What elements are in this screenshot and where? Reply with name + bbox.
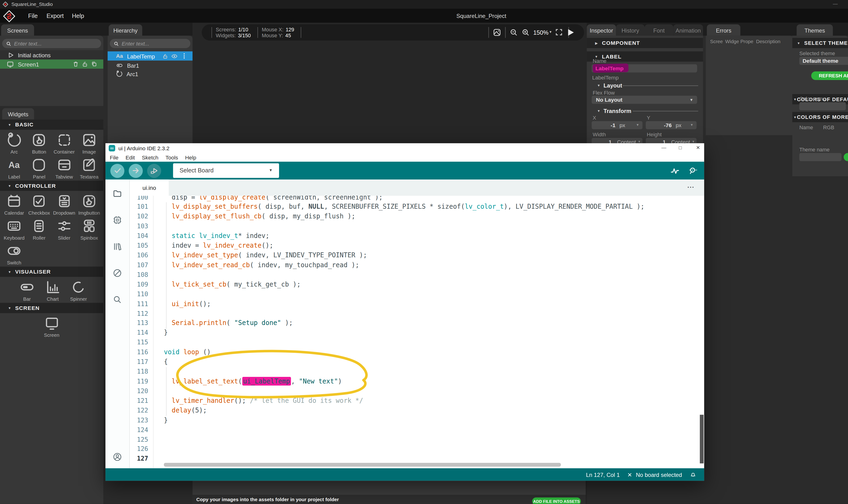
theme-name-input[interactable]: [799, 153, 842, 161]
tab-errors[interactable]: Errors: [707, 24, 740, 36]
selected-theme-select[interactable]: Default theme: [799, 57, 848, 65]
menu-item-export[interactable]: Export: [47, 13, 64, 19]
code-line[interactable]: 125: [130, 435, 704, 445]
ide-menu-help[interactable]: Help: [185, 155, 196, 160]
code-line[interactable]: 101 lv_display_set_buffers( disp, buf, N…: [130, 202, 704, 212]
kebab-icon[interactable]: ⋮: [181, 52, 187, 59]
code-line[interactable]: 105 indev = lv_indev_create();: [130, 241, 704, 251]
board-status[interactable]: No board selected: [636, 471, 682, 478]
widget-checkbox[interactable]: Checkbox: [26, 193, 52, 216]
unlock-icon[interactable]: [162, 53, 168, 59]
trash-icon[interactable]: [72, 60, 79, 68]
close-icon[interactable]: ✕: [696, 145, 700, 150]
widget-calendar[interactable]: Calendar: [2, 193, 26, 216]
hierarchy-search-input[interactable]: Enter text...: [110, 39, 191, 48]
refresh-all-screens-button[interactable]: REFRESH ALL SC: [811, 71, 848, 80]
code-line[interactable]: 107 lv_indev_set_read_cb( indev, my_touc…: [130, 260, 704, 270]
widget-dropdown[interactable]: Dropdown: [52, 193, 77, 216]
code-line[interactable]: 102 lv_display_set_flush_cb( disp, my_di…: [130, 212, 704, 222]
code-line[interactable]: 124: [130, 426, 704, 435]
tab-history[interactable]: History: [616, 24, 645, 36]
widget-button[interactable]: Button: [26, 132, 52, 155]
tab-screens[interactable]: Screens: [1, 24, 34, 36]
y-input[interactable]: -76 px ▼: [646, 121, 697, 129]
widget-arc[interactable]: Arc: [2, 132, 26, 155]
widgets-section-header[interactable]: ▼CONTROLLER: [0, 181, 103, 191]
tab-font[interactable]: Font: [645, 24, 673, 36]
widget-keyboard[interactable]: Keyboard: [2, 218, 26, 240]
widget-container[interactable]: Container: [52, 132, 77, 155]
widgets-section-header[interactable]: ▼BASIC: [0, 120, 103, 130]
widget-bar[interactable]: Bar: [14, 279, 40, 302]
zoom-out-icon[interactable]: [509, 28, 518, 37]
ide-menu-file[interactable]: File: [110, 155, 119, 160]
add-file-into-assets-button[interactable]: ADD FILE INTO ASSETS: [532, 498, 581, 504]
name-input[interactable]: LabelTemp: [592, 65, 697, 72]
widget-roller[interactable]: Roller: [26, 218, 52, 240]
debug-button[interactable]: [147, 164, 161, 178]
flex-flow-select[interactable]: No Layout ▼: [592, 96, 697, 104]
widget-panel[interactable]: Panel: [26, 157, 52, 179]
ide-menu-sketch[interactable]: Sketch: [142, 155, 159, 160]
widget-screen[interactable]: Screen: [2, 315, 102, 338]
widget-slider[interactable]: Slider: [52, 218, 77, 240]
v-scrollbar[interactable]: [700, 415, 704, 464]
code-line[interactable]: 104 static lv_indev_t* indev;: [130, 232, 704, 241]
code-line[interactable]: 126: [130, 445, 704, 454]
widget-spinner[interactable]: Spinner: [66, 279, 91, 302]
run-play-icon[interactable]: [566, 28, 575, 37]
layout-subheader[interactable]: ▼Layout: [597, 82, 622, 89]
serial-plotter-icon[interactable]: [670, 166, 680, 176]
search-icon[interactable]: [112, 295, 122, 305]
code-line[interactable]: 100 disp = lv_display_create( screenWidt…: [130, 196, 704, 202]
verify-button[interactable]: [110, 164, 125, 178]
zoom-level[interactable]: 150%: [533, 29, 549, 36]
chevron-down-icon[interactable]: ▼: [549, 30, 552, 34]
unlock-icon[interactable]: [82, 60, 88, 68]
squareline-logo-icon[interactable]: [3, 11, 15, 22]
ide-menu-edit[interactable]: Edit: [126, 155, 135, 160]
boards-manager-icon[interactable]: [112, 215, 122, 225]
initial-actions-row[interactable]: Initial actions: [0, 50, 103, 59]
maximize-icon[interactable]: □: [679, 145, 682, 150]
widget-switch[interactable]: Switch: [2, 243, 26, 265]
tab-overflow-menu[interactable]: ...: [687, 182, 694, 189]
board-selector[interactable]: Select Board ▼: [173, 163, 279, 178]
close-x-icon[interactable]: ✕: [627, 471, 632, 478]
debug-panel-icon[interactable]: [112, 268, 122, 278]
code-line[interactable]: 110: [130, 290, 704, 299]
ide-titlebar[interactable]: ∞ ui | Arduino IDE 2.3.2 — □ ✕: [105, 143, 704, 153]
tab-themes[interactable]: Themes: [797, 24, 833, 36]
tab-widgets[interactable]: Widgets: [2, 108, 34, 120]
zoom-in-icon[interactable]: [521, 28, 530, 37]
transform-subheader[interactable]: ▼Transform: [597, 108, 631, 114]
widget-chart[interactable]: Chart: [40, 279, 66, 302]
code-line[interactable]: 123}: [130, 416, 704, 425]
colors-more-header[interactable]: ▼COLORS OF MORE THE: [792, 112, 848, 122]
image-fit-icon[interactable]: [493, 28, 502, 37]
widget-label[interactable]: AaLabel: [2, 157, 26, 179]
hierarchy-item-bar1[interactable]: Bar1: [108, 60, 193, 70]
minimize-icon[interactable]: —: [662, 145, 666, 150]
account-icon[interactable]: [112, 452, 122, 462]
x-input[interactable]: -1 px ▼: [592, 121, 643, 129]
code-line[interactable]: 114}: [130, 328, 704, 338]
widget-textarea[interactable]: Textarea: [77, 157, 102, 179]
component-section-header[interactable]: ▶COMPONENT: [587, 38, 703, 48]
widget-tabview[interactable]: Tabview: [52, 157, 77, 179]
code-line[interactable]: 106 lv_indev_set_type( indev, LV_INDEV_T…: [130, 251, 704, 260]
copy-icon[interactable]: [91, 60, 97, 68]
screen1-row[interactable]: Screen1: [0, 59, 103, 69]
code-line[interactable]: 109 lv_tick_set_cb( my_tick_get_cb );: [130, 280, 704, 290]
select-theme-header[interactable]: ▼SELECT THEME: [792, 38, 848, 48]
widgets-section-header[interactable]: ▼VISUALISER: [0, 267, 103, 277]
code-editor[interactable]: 100 disp = lv_display_create( screenWidt…: [130, 196, 704, 468]
color-name-input[interactable]: [799, 102, 846, 110]
os-minimize-button[interactable]: —: [833, 1, 838, 6]
code-line[interactable]: 111 ui_init();: [130, 299, 704, 309]
hierarchy-item-arc1[interactable]: Arc1: [108, 69, 193, 78]
widgets-section-header[interactable]: ▼SCREEN: [0, 303, 103, 313]
menu-item-help[interactable]: Help: [72, 13, 84, 19]
code-line[interactable]: 122 delay(5);: [130, 406, 704, 416]
folder-icon[interactable]: [112, 189, 122, 198]
